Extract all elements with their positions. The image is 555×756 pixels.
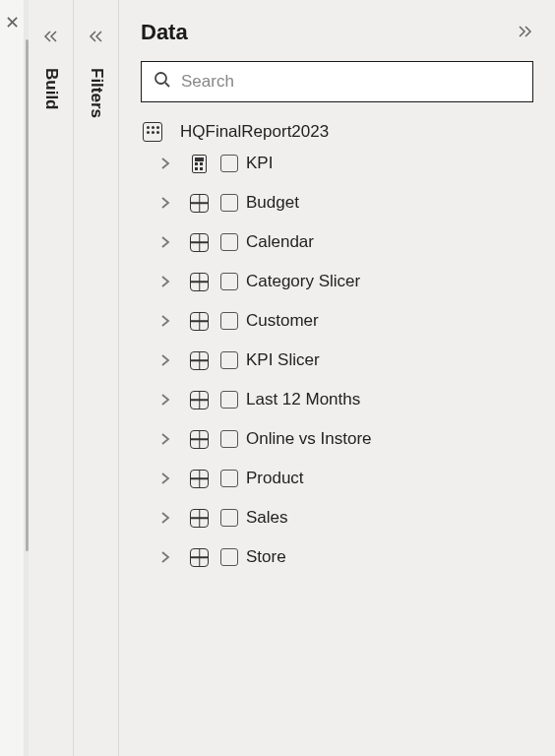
table-checkbox[interactable]: [220, 312, 238, 330]
table-checkbox[interactable]: [220, 194, 238, 212]
table-row[interactable]: Sales: [160, 508, 533, 528]
close-bar: ✕: [0, 0, 24, 756]
table-icon: [190, 470, 209, 488]
filters-pane-collapsed: Filters: [74, 0, 119, 756]
table-icon: [190, 391, 209, 410]
dataset-header[interactable]: HQFinalReport2023: [141, 122, 533, 142]
table-icon: [190, 233, 209, 252]
table-checkbox[interactable]: [220, 548, 238, 566]
table-checkbox[interactable]: [220, 233, 238, 251]
data-pane: Data HQFinalReport2023 KPIBudgetCalendar…: [119, 0, 555, 756]
table-label: Category Slicer: [246, 272, 360, 291]
build-pane-collapsed: Build: [29, 0, 74, 756]
chevron-right-icon[interactable]: [160, 234, 172, 251]
chevron-right-icon[interactable]: [160, 274, 172, 290]
chevron-right-icon[interactable]: [160, 156, 172, 172]
table-row[interactable]: Customer: [160, 311, 533, 331]
table-checkbox[interactable]: [220, 155, 238, 172]
dataset-name: HQFinalReport2023: [180, 122, 329, 142]
table-checkbox[interactable]: [220, 351, 238, 369]
data-pane-title: Data: [141, 20, 188, 45]
chevron-right-icon[interactable]: [160, 313, 172, 330]
build-pane-label: Build: [41, 68, 61, 110]
table-label: Budget: [246, 193, 299, 213]
table-row[interactable]: Budget: [160, 193, 533, 213]
expand-build-pane-icon[interactable]: [42, 28, 60, 48]
table-icon: [190, 194, 209, 213]
chevron-right-icon[interactable]: [160, 510, 172, 527]
collapse-data-pane-icon[interactable]: [516, 23, 533, 43]
table-row[interactable]: Last 12 Months: [160, 390, 533, 410]
chevron-right-icon[interactable]: [160, 392, 172, 409]
data-pane-header: Data: [141, 20, 533, 45]
table-label: Store: [246, 547, 286, 567]
svg-line-1: [165, 83, 169, 87]
pane-separator: [24, 0, 29, 756]
table-label: Last 12 Months: [246, 390, 360, 410]
dataset-icon: [143, 122, 162, 142]
search-icon: [154, 71, 171, 93]
table-row[interactable]: KPI Slicer: [160, 350, 533, 370]
chevron-right-icon[interactable]: [160, 352, 172, 369]
chevron-right-icon[interactable]: [160, 471, 172, 487]
table-row[interactable]: Category Slicer: [160, 272, 533, 291]
table-tree: KPIBudgetCalendarCategory SlicerCustomer…: [141, 154, 533, 567]
search-box[interactable]: [141, 61, 533, 102]
table-icon: [190, 351, 209, 370]
table-checkbox[interactable]: [220, 391, 238, 409]
table-label: Product: [246, 469, 304, 488]
table-label: Sales: [246, 508, 288, 528]
chevron-right-icon[interactable]: [160, 195, 172, 212]
table-icon: [190, 548, 209, 567]
table-icon: [190, 509, 209, 528]
expand-filters-pane-icon[interactable]: [88, 28, 105, 48]
table-checkbox[interactable]: [220, 509, 238, 527]
table-icon: [190, 273, 209, 291]
table-label: Online vs Instore: [246, 429, 372, 449]
table-icon: [190, 312, 209, 331]
table-icon: [190, 430, 209, 449]
table-row[interactable]: KPI: [160, 154, 533, 173]
table-row[interactable]: Product: [160, 469, 533, 488]
table-label: Customer: [246, 311, 319, 331]
table-label: KPI: [246, 154, 273, 173]
chevron-right-icon[interactable]: [160, 431, 172, 448]
filters-pane-label: Filters: [87, 68, 106, 118]
table-checkbox[interactable]: [220, 470, 238, 487]
table-checkbox[interactable]: [220, 273, 238, 290]
close-icon[interactable]: ✕: [5, 14, 20, 32]
table-row[interactable]: Online vs Instore: [160, 429, 533, 449]
search-input[interactable]: [181, 72, 521, 92]
chevron-right-icon[interactable]: [160, 549, 172, 566]
table-checkbox[interactable]: [220, 430, 238, 448]
table-row[interactable]: Store: [160, 547, 533, 567]
table-label: KPI Slicer: [246, 350, 320, 370]
table-label: Calendar: [246, 232, 314, 252]
calculator-icon: [190, 155, 209, 173]
svg-point-0: [155, 73, 166, 84]
table-row[interactable]: Calendar: [160, 232, 533, 252]
